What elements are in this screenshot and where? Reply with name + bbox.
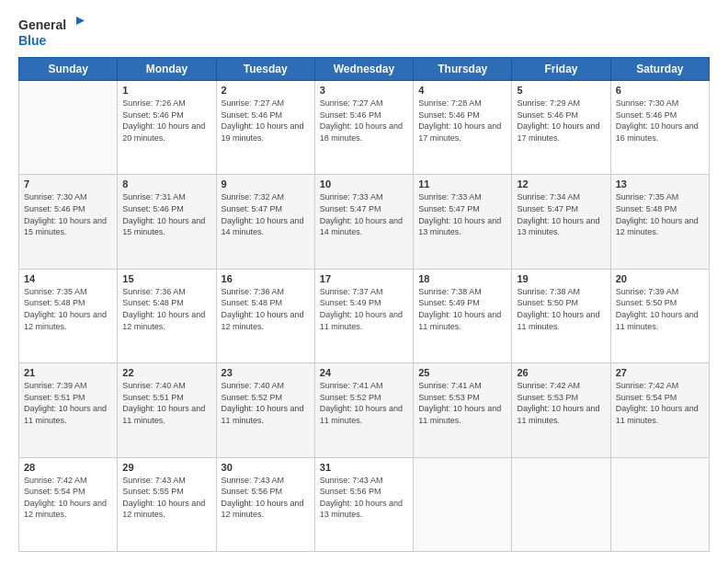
week-row-4: 28Sunrise: 7:42 AM Sunset: 5:54 PM Dayli… bbox=[19, 457, 710, 551]
day-number: 4 bbox=[418, 85, 506, 96]
day-info: Sunrise: 7:41 AM Sunset: 5:53 PM Dayligh… bbox=[418, 380, 506, 426]
day-cell: 12Sunrise: 7:34 AM Sunset: 5:47 PM Dayli… bbox=[512, 175, 610, 269]
day-info: Sunrise: 7:35 AM Sunset: 5:48 PM Dayligh… bbox=[24, 286, 112, 332]
day-number: 23 bbox=[222, 367, 310, 378]
day-info: Sunrise: 7:34 AM Sunset: 5:47 PM Dayligh… bbox=[517, 191, 605, 237]
weekday-header-friday: Friday bbox=[512, 58, 610, 81]
day-cell: 6Sunrise: 7:30 AM Sunset: 5:46 PM Daylig… bbox=[610, 81, 709, 175]
day-number: 9 bbox=[222, 178, 310, 190]
day-cell: 24Sunrise: 7:41 AM Sunset: 5:52 PM Dayli… bbox=[314, 363, 413, 457]
weekday-header-tuesday: Tuesday bbox=[216, 58, 314, 81]
day-cell: 4Sunrise: 7:28 AM Sunset: 5:46 PM Daylig… bbox=[414, 81, 512, 175]
day-cell bbox=[610, 457, 709, 551]
weekday-header-thursday: Thursday bbox=[414, 58, 512, 81]
day-number: 28 bbox=[24, 462, 112, 473]
day-number: 18 bbox=[418, 273, 506, 284]
day-cell: 30Sunrise: 7:43 AM Sunset: 5:56 PM Dayli… bbox=[216, 457, 314, 551]
day-info: Sunrise: 7:29 AM Sunset: 5:46 PM Dayligh… bbox=[517, 98, 605, 144]
day-number: 17 bbox=[320, 273, 408, 284]
day-number: 26 bbox=[517, 367, 605, 378]
day-cell bbox=[19, 81, 118, 175]
day-number: 31 bbox=[320, 462, 408, 473]
day-info: Sunrise: 7:26 AM Sunset: 5:46 PM Dayligh… bbox=[122, 98, 210, 144]
day-info: Sunrise: 7:40 AM Sunset: 5:52 PM Dayligh… bbox=[222, 380, 310, 426]
day-cell: 21Sunrise: 7:39 AM Sunset: 5:51 PM Dayli… bbox=[19, 363, 118, 457]
day-number: 16 bbox=[222, 273, 310, 284]
day-info: Sunrise: 7:27 AM Sunset: 5:46 PM Dayligh… bbox=[320, 98, 408, 144]
weekday-header-saturday: Saturday bbox=[610, 58, 709, 81]
day-info: Sunrise: 7:30 AM Sunset: 5:46 PM Dayligh… bbox=[24, 191, 112, 237]
day-number: 7 bbox=[24, 178, 112, 190]
day-number: 14 bbox=[24, 273, 112, 284]
day-cell: 16Sunrise: 7:36 AM Sunset: 5:48 PM Dayli… bbox=[216, 269, 314, 362]
day-cell: 5Sunrise: 7:29 AM Sunset: 5:46 PM Daylig… bbox=[512, 81, 610, 175]
day-number: 5 bbox=[517, 85, 605, 96]
day-info: Sunrise: 7:39 AM Sunset: 5:51 PM Dayligh… bbox=[24, 380, 112, 426]
day-number: 25 bbox=[418, 367, 506, 378]
day-cell: 15Sunrise: 7:36 AM Sunset: 5:48 PM Dayli… bbox=[118, 269, 216, 362]
day-info: Sunrise: 7:40 AM Sunset: 5:51 PM Dayligh… bbox=[122, 380, 210, 426]
day-info: Sunrise: 7:43 AM Sunset: 5:55 PM Dayligh… bbox=[122, 475, 210, 521]
day-cell: 3Sunrise: 7:27 AM Sunset: 5:46 PM Daylig… bbox=[314, 81, 413, 175]
svg-marker-0 bbox=[76, 17, 85, 25]
logo: General Blue bbox=[18, 17, 85, 48]
day-cell: 18Sunrise: 7:38 AM Sunset: 5:49 PM Dayli… bbox=[414, 269, 512, 362]
day-cell: 29Sunrise: 7:43 AM Sunset: 5:55 PM Dayli… bbox=[118, 457, 216, 551]
day-info: Sunrise: 7:32 AM Sunset: 5:47 PM Dayligh… bbox=[222, 191, 310, 237]
weekday-header-sunday: Sunday bbox=[19, 58, 118, 81]
day-number: 6 bbox=[616, 85, 704, 96]
day-cell: 19Sunrise: 7:38 AM Sunset: 5:50 PM Dayli… bbox=[512, 269, 610, 362]
logo-graphic: General Blue bbox=[18, 17, 85, 48]
calendar-table: SundayMondayTuesdayWednesdayThursdayFrid… bbox=[18, 57, 710, 552]
page: General Blue SundayMondayTuesdayWednesda… bbox=[0, 0, 728, 563]
day-number: 19 bbox=[517, 273, 605, 284]
day-info: Sunrise: 7:39 AM Sunset: 5:50 PM Dayligh… bbox=[616, 286, 704, 332]
day-cell: 9Sunrise: 7:32 AM Sunset: 5:47 PM Daylig… bbox=[216, 175, 314, 269]
day-info: Sunrise: 7:36 AM Sunset: 5:48 PM Dayligh… bbox=[122, 286, 210, 332]
day-cell: 1Sunrise: 7:26 AM Sunset: 5:46 PM Daylig… bbox=[118, 81, 216, 175]
day-cell: 14Sunrise: 7:35 AM Sunset: 5:48 PM Dayli… bbox=[19, 269, 118, 362]
day-number: 3 bbox=[320, 85, 408, 96]
day-info: Sunrise: 7:43 AM Sunset: 5:56 PM Dayligh… bbox=[320, 475, 408, 521]
day-info: Sunrise: 7:35 AM Sunset: 5:48 PM Dayligh… bbox=[616, 191, 704, 237]
day-cell: 8Sunrise: 7:31 AM Sunset: 5:46 PM Daylig… bbox=[118, 175, 216, 269]
week-row-2: 14Sunrise: 7:35 AM Sunset: 5:48 PM Dayli… bbox=[19, 269, 710, 362]
day-number: 1 bbox=[122, 85, 210, 96]
day-info: Sunrise: 7:33 AM Sunset: 5:47 PM Dayligh… bbox=[418, 191, 506, 237]
day-cell: 27Sunrise: 7:42 AM Sunset: 5:54 PM Dayli… bbox=[610, 363, 709, 457]
day-cell: 10Sunrise: 7:33 AM Sunset: 5:47 PM Dayli… bbox=[314, 175, 413, 269]
day-cell: 20Sunrise: 7:39 AM Sunset: 5:50 PM Dayli… bbox=[610, 269, 709, 362]
weekday-header-row: SundayMondayTuesdayWednesdayThursdayFrid… bbox=[19, 58, 710, 81]
day-number: 15 bbox=[122, 273, 210, 284]
day-number: 29 bbox=[122, 462, 210, 473]
day-number: 13 bbox=[616, 178, 704, 190]
day-info: Sunrise: 7:38 AM Sunset: 5:49 PM Dayligh… bbox=[418, 286, 506, 332]
day-cell: 2Sunrise: 7:27 AM Sunset: 5:46 PM Daylig… bbox=[216, 81, 314, 175]
weekday-header-wednesday: Wednesday bbox=[314, 58, 413, 81]
day-number: 24 bbox=[320, 367, 408, 378]
weekday-header-monday: Monday bbox=[118, 58, 216, 81]
day-info: Sunrise: 7:33 AM Sunset: 5:47 PM Dayligh… bbox=[320, 191, 408, 237]
logo-general: General bbox=[18, 17, 66, 32]
day-info: Sunrise: 7:30 AM Sunset: 5:46 PM Dayligh… bbox=[616, 98, 704, 144]
day-cell bbox=[414, 457, 512, 551]
week-row-3: 21Sunrise: 7:39 AM Sunset: 5:51 PM Dayli… bbox=[19, 363, 710, 457]
day-cell: 11Sunrise: 7:33 AM Sunset: 5:47 PM Dayli… bbox=[414, 175, 512, 269]
day-info: Sunrise: 7:38 AM Sunset: 5:50 PM Dayligh… bbox=[517, 286, 605, 332]
day-info: Sunrise: 7:42 AM Sunset: 5:54 PM Dayligh… bbox=[24, 475, 112, 521]
logo-flag-icon bbox=[68, 17, 85, 33]
day-number: 20 bbox=[616, 273, 704, 284]
header: General Blue bbox=[18, 17, 710, 48]
day-number: 10 bbox=[320, 178, 408, 190]
logo-blue: Blue bbox=[18, 33, 46, 48]
week-row-0: 1Sunrise: 7:26 AM Sunset: 5:46 PM Daylig… bbox=[19, 81, 710, 175]
day-info: Sunrise: 7:42 AM Sunset: 5:54 PM Dayligh… bbox=[616, 380, 704, 426]
day-number: 8 bbox=[122, 178, 210, 190]
day-number: 11 bbox=[418, 178, 506, 190]
day-info: Sunrise: 7:41 AM Sunset: 5:52 PM Dayligh… bbox=[320, 380, 408, 426]
day-info: Sunrise: 7:43 AM Sunset: 5:56 PM Dayligh… bbox=[222, 475, 310, 521]
day-number: 27 bbox=[616, 367, 704, 378]
day-number: 12 bbox=[517, 178, 605, 190]
day-cell: 17Sunrise: 7:37 AM Sunset: 5:49 PM Dayli… bbox=[314, 269, 413, 362]
day-cell: 28Sunrise: 7:42 AM Sunset: 5:54 PM Dayli… bbox=[19, 457, 118, 551]
